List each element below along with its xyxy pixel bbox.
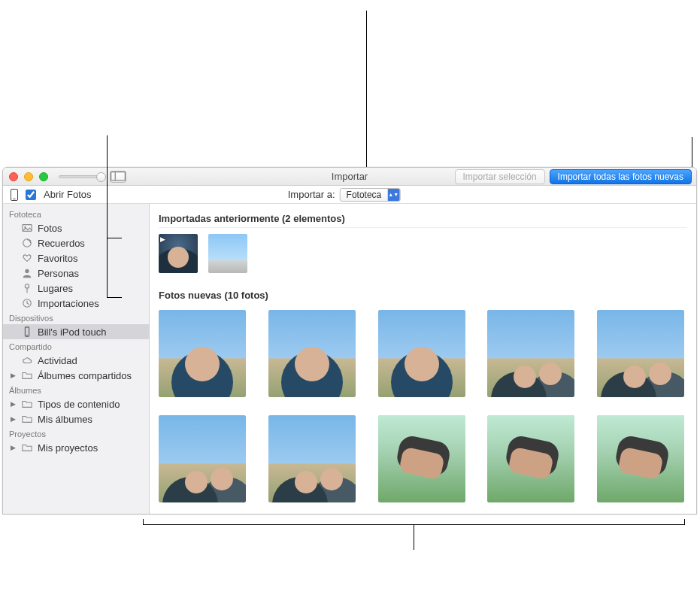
disclosure-triangle-icon[interactable]: ▶ [11, 415, 17, 423]
svg-point-11 [26, 335, 27, 335]
imported-thumbnail[interactable]: ▶ [159, 234, 198, 273]
sidebar-group-header: Proyectos [3, 426, 149, 440]
new-photos-grid [159, 310, 687, 502]
slider-thumb[interactable] [96, 172, 106, 182]
photos-icon [21, 222, 33, 234]
new-photos-header: Fotos nuevas (10 fotos) [159, 285, 687, 304]
already-imported-header: Importadas anteriormente (2 elementos) [159, 208, 687, 228]
new-photo-thumbnail[interactable] [597, 415, 684, 502]
new-photo-thumbnail[interactable] [597, 310, 684, 397]
sidebar-item-label: Mis álbumes [38, 414, 92, 425]
callout-line-left [107, 135, 108, 297]
cloud-icon [21, 354, 33, 366]
callout-tick-left-2 [107, 297, 122, 298]
new-photo-thumbnail[interactable] [159, 415, 246, 502]
sidebar-item-recuerdos[interactable]: Recuerdos [3, 235, 149, 250]
sidebar-group-header: Compartido [3, 339, 149, 353]
new-photo-thumbnail[interactable] [378, 310, 465, 397]
disclosure-triangle-icon[interactable]: ▶ [11, 400, 17, 408]
sidebar-item-fotos[interactable]: Fotos [3, 220, 149, 235]
sidebar-item-label: Bill's iPod touch [38, 326, 106, 338]
new-photo-thumbnail[interactable] [268, 415, 356, 502]
sidebar-item-favoritos[interactable]: Favoritos [3, 250, 149, 266]
svg-rect-0 [111, 172, 126, 181]
folder-icon [21, 442, 33, 454]
new-photo-thumbnail[interactable] [487, 310, 574, 397]
new-photo-thumbnail[interactable] [487, 415, 574, 502]
sidebar-item--lbumes-compartidos[interactable]: ▶Álbumes compartidos [3, 368, 149, 383]
sidebar-item-label: Mis proyectos [38, 442, 98, 454]
window-title: Importar [332, 171, 368, 182]
sidebar-group-header: Dispositivos [3, 311, 149, 324]
callout-line-bottom-center [414, 524, 414, 550]
sidebar-item-importaciones[interactable]: Importaciones [3, 296, 149, 311]
sidebar-item-label: Fotos [38, 223, 62, 234]
close-button[interactable] [9, 172, 18, 181]
callout-bracket-bottom-r [684, 519, 685, 525]
sidebar-item-lugares[interactable]: Lugares [3, 281, 149, 296]
sidebar-item-label: Tipos de contenido [38, 399, 120, 410]
sidebar-item-label: Favoritos [38, 253, 77, 264]
callout-line-top-right [692, 137, 692, 167]
device-icon [11, 189, 18, 201]
disclosure-triangle-icon[interactable]: ▶ [11, 372, 17, 379]
sidebar-item-actividad[interactable]: Actividad [3, 353, 149, 368]
sidebar-item-label: Recuerdos [38, 238, 85, 249]
zoom-button[interactable] [39, 172, 48, 181]
sidebar-item-label: Álbumes compartidos [38, 370, 132, 381]
heart-icon [21, 252, 33, 264]
clock-icon [21, 297, 33, 309]
import-all-new-button[interactable]: Importar todas las fotos nuevas [550, 169, 692, 184]
sidebar-item-label: Importaciones [38, 298, 99, 309]
folder-icon [21, 413, 33, 425]
new-photo-thumbnail[interactable] [159, 310, 246, 397]
minimize-button[interactable] [24, 172, 33, 181]
svg-point-4 [23, 239, 32, 247]
sidebar-group-header: Álbumes [3, 383, 149, 396]
sidebar: FototecaFotosRecuerdosFavoritosPersonasL… [3, 204, 150, 514]
sidebar-item-personas[interactable]: Personas [3, 266, 149, 281]
import-to-value: Fototeca [341, 190, 388, 200]
pin-icon [21, 282, 33, 294]
traffic-lights [3, 172, 48, 181]
thumbnail-size-slider[interactable] [59, 175, 102, 178]
content-area: Importadas anteriormente (2 elementos) ▶… [150, 204, 696, 514]
popup-arrows-icon: ▲▼ [387, 189, 399, 201]
callout-line-top-center [366, 11, 367, 167]
open-photos-label: Abrir Fotos [44, 189, 92, 200]
folder-icon [21, 398, 33, 410]
sidebar-group-header: Fototeca [3, 207, 149, 220]
sidebar-item-label: Actividad [38, 355, 77, 366]
new-photo-thumbnail[interactable] [378, 415, 465, 502]
svg-point-6 [25, 269, 29, 273]
video-badge-icon: ▶ [160, 235, 165, 243]
already-imported-grid: ▶ [159, 234, 687, 273]
disclosure-triangle-icon[interactable]: ▶ [11, 444, 17, 451]
folder-icon [21, 369, 33, 381]
sidebar-item-tipos-de-contenido[interactable]: ▶Tipos de contenido [3, 396, 149, 411]
callout-bracket-bottom-l [143, 519, 144, 525]
import-selection-button[interactable]: Importar selección [455, 169, 545, 184]
sidebar-item-bill-s-ipod-touch[interactable]: Bill's iPod touch [3, 324, 149, 339]
import-to-label: Importar a: [288, 189, 335, 200]
sidebar-toggle-button[interactable] [110, 171, 126, 183]
sidebar-item-mis-proyectos[interactable]: ▶Mis proyectos [3, 440, 149, 455]
callout-tick-left-1 [107, 238, 122, 238]
sidebar-item-label: Lugares [38, 283, 73, 294]
device-icon [21, 326, 33, 338]
person-icon [21, 267, 33, 279]
sidebar-item-mis-lbumes[interactable]: ▶Mis álbumes [3, 411, 149, 426]
import-to-popup[interactable]: Fototeca ▲▼ [340, 188, 401, 202]
svg-point-7 [25, 284, 29, 288]
open-photos-checkbox[interactable] [26, 190, 36, 200]
new-photo-thumbnail[interactable] [268, 310, 356, 397]
memories-icon [21, 237, 33, 249]
imported-thumbnail[interactable] [208, 234, 247, 273]
sidebar-item-label: Personas [38, 268, 79, 279]
